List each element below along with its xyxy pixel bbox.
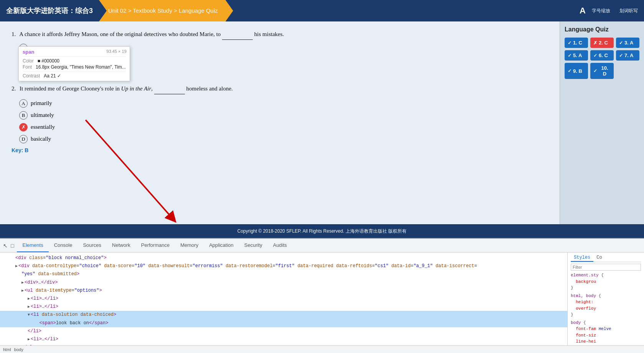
quiz-check-icon-6: ✓ [593, 53, 597, 58]
quiz-btn-5-label: 5. A [573, 53, 582, 58]
tooltip-color-value: ■ #000000 [38, 58, 59, 64]
devtools-styles-panel: Styles Co element.sty { backgrou } html,… [567, 253, 644, 345]
option-letter-2A: A [19, 99, 28, 108]
code-line-10: </li> [0, 327, 567, 335]
code-line-1: <div class="block normal_choice"> [0, 254, 567, 262]
tooltip-contrast-row: Contrast Aa 21 ✓ [23, 73, 126, 79]
code-line-7: ▶<li>…</li> [0, 303, 567, 311]
code-line-11: ▶<li>…</li> [0, 335, 567, 343]
styles-tab-computed[interactable]: Co [593, 254, 605, 262]
quiz-check-icon-5: ✓ [568, 53, 572, 58]
question-2: 2. It reminded me of George Clooney's ro… [12, 84, 548, 155]
quiz-btn-2-label: 2. C [599, 40, 608, 46]
question-2-options: A primarily B ultimately ✗ essentially D… [19, 98, 548, 144]
option-letter-2C: ✗ [19, 123, 28, 131]
tab-elements[interactable]: Elements [17, 239, 48, 252]
quiz-btn-5[interactable]: ✓ 5. A [565, 50, 588, 61]
element-tooltip: span 93.45 × 19 Color ■ #000000 Font 16.… [18, 46, 130, 81]
quiz-btn-10[interactable]: ✓ 10. D [590, 63, 614, 79]
breadcrumb[interactable]: Unit 02 > Textbook Study > Language Quiz [99, 0, 233, 21]
top-header: 全新版大学进阶英语：综合3 Unit 02 > Textbook Study >… [0, 0, 644, 21]
quiz-sidebar-title: Language Quiz [565, 26, 639, 33]
devtools-tab-bar: ↖ □ Elements Console Sources Network Per… [0, 239, 644, 253]
tab-security[interactable]: Security [239, 239, 268, 252]
style-rule-1: element.sty { backgrou } [571, 272, 641, 291]
quiz-check-icon-7: ✓ [619, 53, 623, 58]
quiz-sidebar: Language Quiz ✓ 1. C ✗ 2. C ✓ 3. A ✓ 5. … [560, 21, 644, 224]
cursor-icon[interactable]: ↖ [3, 243, 8, 249]
bottom-html-tag[interactable]: html [3, 347, 11, 352]
option-2-B[interactable]: B ultimately [19, 110, 548, 120]
question-1-text: 1. A chance it affords Jeffrey Mason, on… [12, 29, 548, 40]
tooltip-font-row: Font 16.8px Georgia, "Times New Roman", … [23, 64, 126, 70]
quiz-btn-3[interactable]: ✓ 3. A [616, 38, 639, 48]
question-2-num: 2. [12, 85, 16, 92]
option-2-A[interactable]: A primarily [19, 98, 548, 108]
quiz-button-grid: ✓ 1. C ✗ 2. C ✓ 3. A ✓ 5. A ✓ 6. C ✓ [565, 38, 639, 79]
device-icon[interactable]: □ [11, 243, 14, 249]
dictation-label: 划词听写 [619, 8, 638, 14]
tooltip-color-row: Color ■ #000000 [23, 58, 126, 64]
quiz-btn-7-label: 7. A [624, 53, 633, 58]
bottom-status-bar: html body [0, 345, 644, 353]
tab-application[interactable]: Application [204, 239, 239, 252]
tooltip-font-value: 16.8px Georgia, "Times New Roman", Tim..… [36, 64, 126, 70]
option-text-2B: ultimately [31, 110, 54, 120]
code-line-2: ▶<div data-controltype="choice" data-sco… [0, 262, 567, 270]
option-letter-2D: D [19, 135, 28, 143]
devtools-code-panel[interactable]: <div class="block normal_choice"> ▶<div … [0, 253, 567, 345]
quiz-btn-9-label: 9. B [573, 68, 582, 74]
tooltip-font-label: Font [23, 64, 32, 70]
quiz-btn-2[interactable]: ✗ 2. C [590, 38, 614, 48]
option-text-2A: primarily [31, 98, 52, 108]
style-rule-3: body { font-fam Helve font-siz line-hei … [571, 320, 641, 346]
quiz-check-icon-1: ✓ [568, 40, 572, 46]
question-1-body: chance it affords Jeffrey Mason, one of … [25, 31, 284, 37]
question-1-letter: A [19, 31, 23, 37]
question-2-body: It reminded me of George Clooney's role … [20, 85, 233, 92]
tab-memory[interactable]: Memory [175, 239, 204, 252]
tooltip-contrast-label: Contrast [23, 73, 40, 79]
option-text-2C: essentially [31, 122, 55, 132]
question-1-num: 1. [12, 31, 16, 37]
quiz-btn-9[interactable]: ✓ 9. B [565, 63, 588, 79]
tab-sources[interactable]: Sources [77, 239, 107, 252]
question-2-blank [154, 84, 185, 94]
quiz-btn-6-label: 6. C [599, 53, 608, 58]
quiz-btn-1-label: 1. C [573, 40, 582, 46]
font-size-icon[interactable]: A [580, 6, 586, 16]
app-title: 全新版大学进阶英语：综合3 [6, 6, 99, 15]
header-right: A 字号缩放 划词听写 [580, 6, 638, 16]
question-1-blank [222, 29, 253, 40]
tab-audits[interactable]: Audits [268, 239, 292, 252]
styles-filter-input[interactable] [571, 264, 641, 271]
option-letter-2B: B [19, 111, 28, 120]
code-line-9: <span>look back on</span> [0, 319, 567, 327]
code-line-4: ▶<div>…</div> [0, 279, 567, 287]
option-2-D[interactable]: D basically [19, 134, 548, 144]
quiz-btn-10-label: 10. D [599, 65, 611, 77]
quiz-cross-icon-2: ✗ [593, 40, 597, 46]
tab-console[interactable]: Console [49, 239, 78, 252]
styles-tab-styles[interactable]: Styles [571, 254, 593, 262]
copyright-bar: Copyright © 2018-2020 SFLEP. All Rights … [0, 224, 644, 238]
quiz-btn-7[interactable]: ✓ 7. A [616, 50, 639, 61]
quiz-check-icon-9: ✓ [568, 68, 572, 74]
devtools-icons: ↖ □ [0, 239, 17, 252]
code-line-6: ▶<li>…</li> [0, 295, 567, 303]
question-2-text: 2. It reminded me of George Clooney's ro… [12, 84, 548, 94]
quiz-check-icon-10: ✓ [593, 68, 597, 74]
quiz-btn-1[interactable]: ✓ 1. C [565, 38, 588, 48]
style-rule-2: html, body { height: overfloy } [571, 293, 641, 318]
tooltip-contrast-value: Aa 21 ✓ [44, 73, 61, 79]
main-area: span 93.45 × 19 Color ■ #000000 Font 16.… [0, 21, 644, 224]
tab-network[interactable]: Network [107, 239, 136, 252]
tooltip-color-label: Color [23, 58, 34, 64]
quiz-content: span 93.45 × 19 Color ■ #000000 Font 16.… [0, 21, 560, 224]
bottom-body-tag[interactable]: body [14, 347, 23, 352]
font-size-label: 字号缩放 [592, 8, 610, 14]
quiz-btn-6[interactable]: ✓ 6. C [590, 50, 614, 61]
tab-performance[interactable]: Performance [136, 239, 175, 252]
option-2-C[interactable]: ✗ essentially [19, 122, 548, 132]
quiz-btn-3-label: 3. A [624, 40, 633, 46]
